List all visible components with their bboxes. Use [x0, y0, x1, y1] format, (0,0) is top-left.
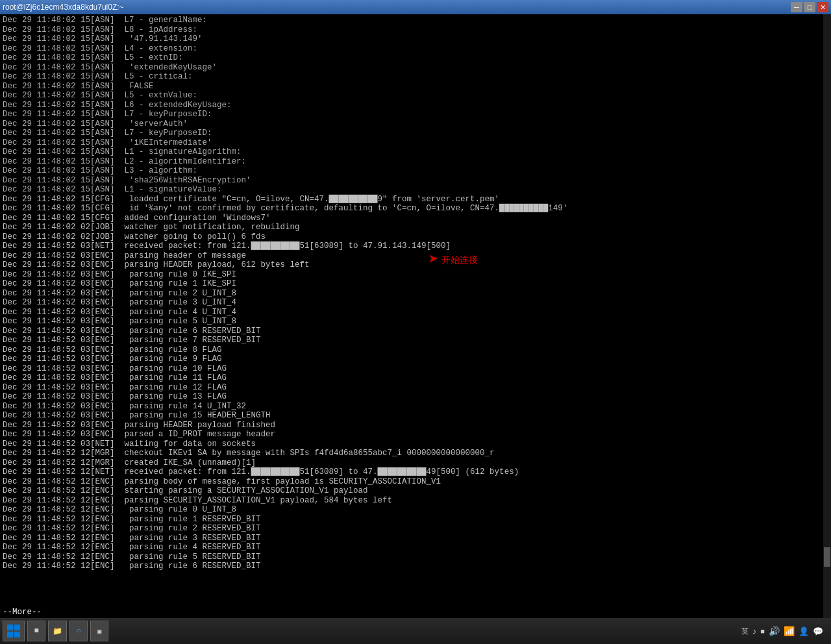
terminal-icon: ■	[34, 626, 38, 636]
terminal-line: Dec 29 11:48:02 02[JOB] watcher going to…	[3, 232, 828, 242]
terminal-line: Dec 29 11:48:52 03[ENC] parsing rule 7 R…	[3, 336, 828, 345]
taskbar-item-terminal[interactable]: ■	[27, 621, 45, 641]
title-bar-text: root@iZj6c1ecm43xda8kdu7ul0Z:~	[3, 3, 124, 12]
terminal-line: Dec 29 11:48:02 02[JOB] watcher got noti…	[3, 223, 828, 232]
terminal-line: Dec 29 11:48:02 15[ASN] L7 - keyPurposeI…	[3, 110, 828, 119]
terminal-line: Dec 29 11:48:52 03[ENC] parsing rule 14 …	[3, 402, 828, 412]
terminal-line: Dec 29 11:48:52 12[ENC] parsing rule 6 R…	[3, 562, 828, 571]
terminal-line: Dec 29 11:48:02 15[ASN] L6 - extendedKey…	[3, 101, 828, 110]
terminal-line: Dec 29 11:48:52 03[ENC] parsing rule 9 F…	[3, 354, 828, 364]
terminal-line: Dec 29 11:48:52 12[ENC] parsing rule 3 R…	[3, 534, 828, 543]
tray-area: 英 ♪ ■ 🔊 📶 👤 💬	[741, 626, 828, 636]
terminal-line: Dec 29 11:48:52 03[ENC] parsing rule 4 U…	[3, 308, 828, 317]
tray-icon-5[interactable]: 👤	[799, 626, 809, 636]
title-bar: root@iZj6c1ecm43xda8kdu7ul0Z:~ ─ □ ✕	[0, 0, 831, 14]
scrollbar-thumb[interactable]	[824, 547, 830, 567]
terminal-line: Dec 29 11:48:02 15[ASN] FALSE	[3, 82, 828, 92]
terminal-line: Dec 29 11:48:52 12[NET] received packet:…	[3, 467, 828, 477]
terminal-line: Dec 29 11:48:02 15[ASN] L1 - signatureVa…	[3, 185, 828, 195]
terminal-line: Dec 29 11:48:52 03[ENC] parsing rule 11 …	[3, 373, 828, 383]
title-bar-buttons: ─ □ ✕	[791, 2, 828, 12]
tray-icon-4[interactable]: 📶	[784, 626, 795, 636]
terminal-line: Dec 29 11:48:52 03[ENC] parsing rule 15 …	[3, 411, 828, 421]
terminal-line: Dec 29 11:48:02 15[ASN] 'sha256WithRSAEn…	[3, 176, 828, 186]
terminal-line: Dec 29 11:48:52 12[ENC] parsing rule 4 R…	[3, 543, 828, 552]
terminal-line: Dec 29 11:48:52 03[ENC] parsing HEADER p…	[3, 421, 828, 430]
terminal-line: Dec 29 11:48:52 03[ENC] parsing HEADER p…	[3, 260, 828, 270]
terminal-line: Dec 29 11:48:52 03[ENC] parsing rule 13 …	[3, 392, 828, 402]
terminal-line: Dec 29 11:48:02 15[ASN] L8 - ipAddress:	[3, 25, 828, 35]
terminal-line: Dec 29 11:48:52 12[ENC] parsing rule 5 R…	[3, 552, 828, 562]
terminal-line: Dec 29 11:48:02 15[ASN] 'iKEIntermediate…	[3, 138, 828, 148]
terminal-line: Dec 29 11:48:52 03[ENC] parsing rule 0 I…	[3, 270, 828, 280]
terminal-line: Dec 29 11:48:52 12[ENC] parsing rule 1 R…	[3, 515, 828, 525]
terminal-line: Dec 29 11:48:52 03[ENC] parsing rule 8 F…	[3, 345, 828, 355]
taskbar-item-4[interactable]: ▣	[90, 621, 108, 641]
terminal-line: Dec 29 11:48:02 15[ASN] L7 - generalName…	[3, 16, 828, 25]
terminal-line: Dec 29 11:48:02 15[ASN] L5 - extnID:	[3, 53, 828, 63]
terminal-line: Dec 29 11:48:52 03[ENC] parsing rule 12 …	[3, 383, 828, 393]
tray-icon-6[interactable]: 💬	[813, 626, 823, 636]
terminal-line: Dec 29 11:48:02 15[ASN] 'serverAuth'	[3, 119, 828, 129]
terminal-line: Dec 29 11:48:02 15[CFG] loaded certifica…	[3, 195, 828, 204]
terminal-line: Dec 29 11:48:52 03[ENC] parsing rule 6 R…	[3, 327, 828, 336]
terminal-line: Dec 29 11:48:02 15[ASN] L1 - signatureAl…	[3, 147, 828, 157]
maximize-button[interactable]: □	[804, 2, 815, 12]
terminal-line: Dec 29 11:48:02 15[ASN] L3 - algorithm:	[3, 166, 828, 176]
terminal-line: Dec 29 11:48:52 03[NET] waiting for data…	[3, 440, 828, 449]
terminal-line: Dec 29 11:48:52 03[NET] received packet:…	[3, 242, 828, 251]
windows-logo-icon	[7, 625, 20, 638]
taskbar-item-2[interactable]: 📁	[48, 621, 67, 641]
start-button[interactable]	[3, 621, 25, 641]
terminal-line: Dec 29 11:48:02 15[CFG] added configurat…	[3, 214, 828, 223]
terminal-line: Dec 29 11:48:52 03[ENC] parsing rule 1 I…	[3, 279, 828, 289]
close-button[interactable]: ✕	[817, 2, 828, 12]
terminal-line: Dec 29 11:48:02 15[ASN] L5 - extnValue:	[3, 91, 828, 101]
more-prompt: --More--	[3, 608, 42, 617]
terminal-line: Dec 29 11:48:52 03[ENC] parsing rule 10 …	[3, 364, 828, 374]
terminal-line: Dec 29 11:48:52 03[ENC] parsing rule 2 U…	[3, 289, 828, 299]
tray-icon-3[interactable]: 🔊	[769, 626, 780, 636]
tray-input-method[interactable]: 英	[741, 626, 749, 636]
minimize-button[interactable]: ─	[791, 2, 802, 12]
terminal-line: Dec 29 11:48:52 12[ENC] parsing body of …	[3, 477, 828, 487]
browser-icon: ○	[76, 626, 81, 636]
bottom-bar: ■ 📁 ○ ▣ 英 ♪ ■ 🔊 📶 👤 💬	[0, 618, 831, 644]
terminal-line: Dec 29 11:48:02 15[ASN] '47.91.143.149'	[3, 34, 828, 44]
terminal-line: Dec 29 11:48:02 15[CFG] id '%any' not co…	[3, 204, 828, 214]
terminal-line: Dec 29 11:48:02 15[ASN] L5 - critical:	[3, 72, 828, 82]
terminal-line: Dec 29 11:48:52 12[MGR] checkout IKEv1 S…	[3, 449, 828, 458]
scrollbar[interactable]	[823, 14, 831, 618]
tray-icon-2[interactable]: ■	[760, 627, 765, 635]
terminal-line: Dec 29 11:48:52 03[ENC] parsed a ID_PROT…	[3, 430, 828, 440]
terminal-line: Dec 29 11:48:02 15[ASN] L4 - extension:	[3, 44, 828, 54]
terminal-line: Dec 29 11:48:52 12[ENC] parsing rule 0 U…	[3, 505, 828, 515]
terminal-line: Dec 29 11:48:52 03[ENC] parsing rule 5 U…	[3, 317, 828, 327]
taskbar-item-3[interactable]: ○	[69, 621, 88, 641]
terminal-line: Dec 29 11:48:52 12[ENC] parsing SECURITY…	[3, 496, 828, 506]
terminal-line: Dec 29 11:48:52 12[MGR] created IKE_SA (…	[3, 458, 828, 468]
terminal: Dec 29 11:48:02 15[ASN] L7 - generalName…	[0, 14, 831, 618]
terminal-line: Dec 29 11:48:52 12[ENC] parsing rule 2 R…	[3, 524, 828, 534]
folder-icon: 📁	[53, 626, 62, 636]
terminal-line: Dec 29 11:48:02 15[ASN] 'extendedKeyUsag…	[3, 63, 828, 73]
terminal-line: Dec 29 11:48:52 03[ENC] parsing header o…	[3, 251, 828, 261]
taskbar: ■ 📁 ○ ▣ 英 ♪ ■ 🔊 📶 👤 💬	[0, 618, 831, 644]
terminal-line: Dec 29 11:48:52 03[ENC] parsing rule 3 U…	[3, 298, 828, 308]
terminal-line: Dec 29 11:48:02 15[ASN] L7 - keyPurposeI…	[3, 129, 828, 138]
terminal-line: Dec 29 11:48:02 15[ASN] L2 - algorithmId…	[3, 157, 828, 167]
tray-icon-1[interactable]: ♪	[752, 626, 757, 636]
terminal-line: Dec 29 11:48:52 12[ENC] starting parsing…	[3, 486, 828, 496]
app-icon: ▣	[97, 627, 102, 636]
